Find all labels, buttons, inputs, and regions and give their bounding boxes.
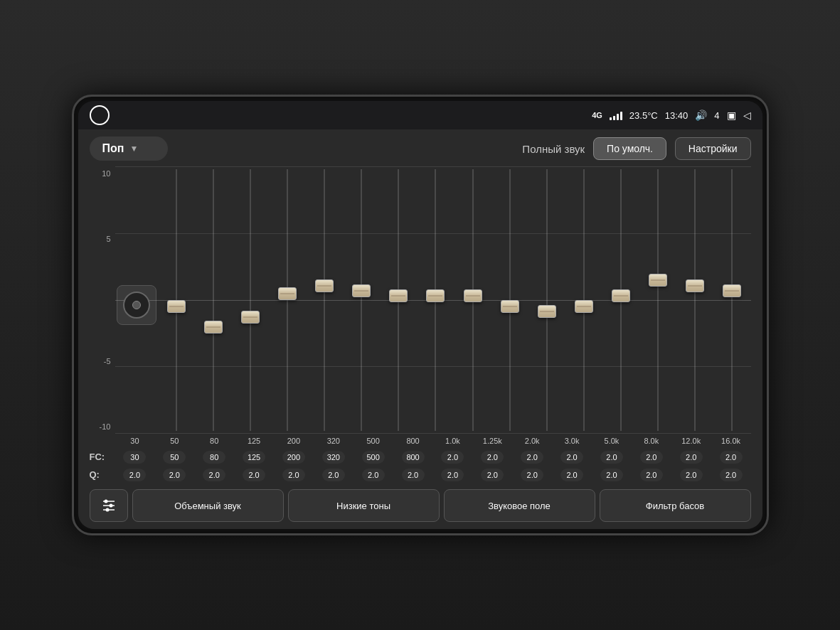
sound-field-button[interactable]: Звуковое поле (444, 489, 595, 522)
slider-handle-125[interactable] (278, 287, 297, 300)
slider-col-80 (232, 166, 269, 434)
slider-col-125 (269, 166, 306, 434)
status-circle (90, 105, 110, 125)
freq-label-320: 320 (314, 437, 353, 445)
scale-minus5: -5 (90, 357, 115, 365)
sliders-row (158, 166, 751, 434)
status-right: 4G 23.5°C 13:40 🔊 4 ▣ ◁ (592, 110, 750, 121)
freq-label-3.0k: 3.0k (552, 437, 592, 445)
slider-track-50[interactable] (213, 169, 214, 431)
scale-10: 10 (90, 169, 115, 178)
q-value-2.0k: 2.0 (512, 468, 552, 481)
freq-label-200: 200 (274, 437, 314, 445)
slider-handle-80[interactable] (241, 311, 260, 324)
slider-track-320[interactable] (361, 169, 362, 431)
slider-col-12.0k (676, 166, 713, 434)
slider-handle-500[interactable] (389, 289, 408, 302)
eq-grid-container: 10 5 -5 -10 (90, 166, 751, 434)
slider-track-2.0k[interactable] (546, 169, 548, 431)
freq-label-125: 125 (234, 437, 274, 445)
slider-col-2.0k (528, 166, 565, 434)
q-values: 2.02.02.02.02.02.02.02.02.02.02.02.02.02… (115, 468, 751, 481)
slider-handle-3.0k[interactable] (575, 300, 593, 313)
q-label: Q: (90, 469, 115, 480)
bass-button[interactable]: Низкие тоны (288, 489, 440, 522)
slider-track-1.0k[interactable] (472, 169, 474, 431)
slider-col-30 (158, 166, 195, 434)
q-value-5.0k: 2.0 (592, 468, 632, 481)
slider-track-200[interactable] (324, 169, 325, 431)
freq-label-12.0k: 12.0k (671, 437, 711, 445)
slider-handle-50[interactable] (204, 321, 223, 333)
surround-sound-button[interactable]: Объемный звук (132, 489, 284, 522)
q-value-80: 2.0 (194, 468, 234, 481)
q-value-800: 2.0 (393, 468, 433, 481)
slider-handle-1.25k[interactable] (501, 300, 519, 313)
screen: 4G 23.5°C 13:40 🔊 4 ▣ ◁ (78, 101, 762, 529)
fc-value-125: 125 (234, 450, 274, 464)
volume-icon: 🔊 (695, 110, 707, 121)
chevron-down-icon: ▼ (129, 144, 138, 154)
slider-track-800[interactable] (435, 169, 436, 431)
genre-label: Поп (102, 142, 124, 155)
fc-value-800: 800 (393, 450, 433, 464)
slider-track-5.0k[interactable] (620, 169, 622, 431)
q-value-3.0k: 2.0 (552, 468, 592, 481)
main-content: Поп ▼ Полный звук По умолч. Настройки 10… (78, 129, 762, 529)
freq-label-50: 50 (154, 437, 194, 445)
slider-track-16.0k[interactable] (731, 169, 733, 431)
freq-label-2.0k: 2.0k (512, 437, 552, 445)
slider-track-8.0k[interactable] (657, 169, 659, 431)
slider-handle-800[interactable] (426, 289, 445, 302)
slider-handle-5.0k[interactable] (612, 289, 630, 302)
slider-track-500[interactable] (398, 169, 399, 431)
scale-minus10: -10 (90, 422, 115, 431)
settings-button[interactable]: Настройки (675, 137, 751, 160)
signal-bar-3 (617, 114, 619, 120)
freq-label-8.0k: 8.0k (632, 437, 671, 445)
signal-bar-2 (613, 116, 615, 120)
default-button[interactable]: По умолч. (593, 137, 666, 160)
slider-track-125[interactable] (287, 169, 288, 431)
bottom-buttons: Объемный звук Низкие тоны Звуковое поле … (78, 484, 762, 529)
genre-selector[interactable]: Поп ▼ (90, 137, 168, 161)
eq-scale: 10 5 -5 -10 (90, 166, 115, 434)
q-value-125: 2.0 (234, 468, 274, 481)
freq-label-500: 500 (353, 437, 393, 445)
fc-row: FC: 3050801252003205008002.02.02.02.02.0… (90, 448, 751, 466)
slider-track-1.25k[interactable] (509, 169, 511, 431)
slider-handle-320[interactable] (352, 284, 371, 297)
freq-labels: 3050801252003205008001.0k1.25k2.0k3.0k5.… (90, 434, 751, 448)
vinyl-icon (117, 285, 156, 325)
fc-value-1.0k: 2.0 (433, 450, 473, 464)
svg-point-1 (104, 500, 107, 503)
slider-handle-30[interactable] (167, 300, 186, 313)
slider-handle-16.0k[interactable] (723, 284, 741, 297)
q-value-320: 2.0 (314, 468, 353, 481)
status-bar: 4G 23.5°C 13:40 🔊 4 ▣ ◁ (78, 101, 762, 129)
eq-sliders-icon (100, 497, 117, 514)
slider-track-30[interactable] (176, 169, 177, 431)
fc-value-3.0k: 2.0 (552, 450, 592, 464)
signal-bars (610, 110, 622, 120)
slider-handle-1.0k[interactable] (464, 289, 482, 302)
slider-track-80[interactable] (250, 169, 251, 431)
slider-handle-8.0k[interactable] (649, 274, 667, 287)
slider-handle-200[interactable] (315, 279, 334, 292)
fc-value-8.0k: 2.0 (632, 450, 671, 464)
slider-handle-2.0k[interactable] (538, 305, 556, 318)
slider-track-12.0k[interactable] (694, 169, 696, 431)
svg-point-5 (105, 508, 109, 512)
bass-filter-button[interactable]: Фильтр басов (600, 489, 751, 522)
signal-bar-1 (610, 117, 612, 120)
slider-col-200 (306, 166, 343, 434)
fc-value-1.25k: 2.0 (472, 450, 512, 464)
slider-track-3.0k[interactable] (583, 169, 585, 431)
slider-col-50 (195, 166, 232, 434)
slider-handle-12.0k[interactable] (686, 279, 704, 292)
vinyl-inner (132, 301, 141, 309)
full-sound-label: Полный звук (522, 143, 585, 155)
eq-settings-button[interactable] (90, 489, 128, 522)
top-controls: Поп ▼ Полный звук По умолч. Настройки (78, 129, 762, 166)
freq-label-800: 800 (393, 437, 433, 445)
